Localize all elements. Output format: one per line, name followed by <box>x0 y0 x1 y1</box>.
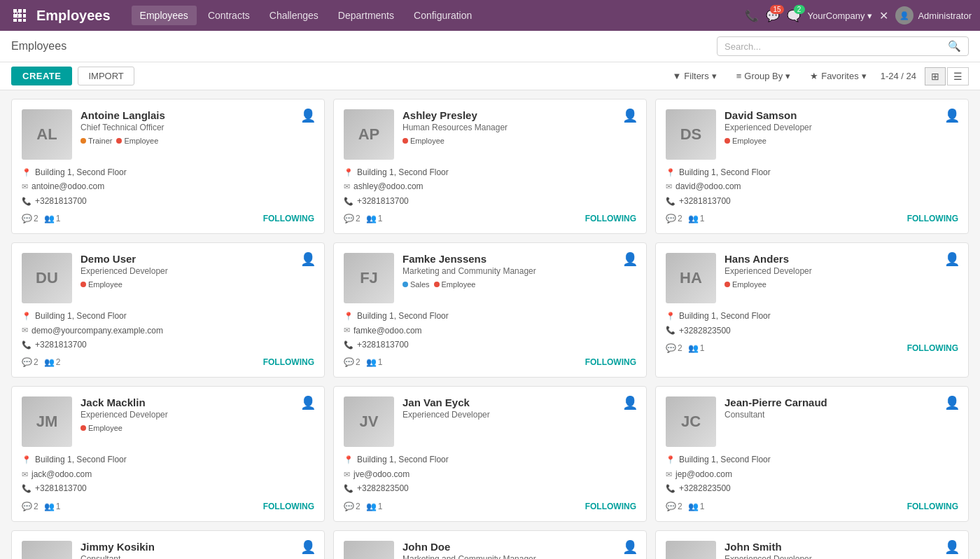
emp-messages-count[interactable]: 💬 2 <box>666 502 682 511</box>
nav-challenges[interactable]: Challenges <box>261 6 327 25</box>
emp-messages-count[interactable]: 💬 2 <box>666 343 682 353</box>
emp-messages-count[interactable]: 💬 2 <box>22 357 38 367</box>
import-button[interactable]: IMPORT <box>78 67 134 85</box>
emp-person-icon[interactable]: 👤 <box>622 251 638 267</box>
emp-name[interactable]: David Samson <box>724 109 958 121</box>
emp-name[interactable]: Antoine Langlais <box>80 109 314 121</box>
emp-person-icon[interactable]: 👤 <box>300 539 316 555</box>
emp-tags: Employee <box>402 137 636 145</box>
emp-email-row: ✉ashley@odoo.com <box>344 179 636 193</box>
emp-footer: 💬 2 👥 1 FOLLOWING <box>344 214 636 223</box>
emp-face: AL <box>22 109 72 160</box>
emp-name[interactable]: Ashley Presley <box>402 109 636 121</box>
emp-name[interactable]: Jack Macklin <box>80 396 314 408</box>
emp-followers-count[interactable]: 👥 1 <box>688 502 705 511</box>
emp-person-icon[interactable]: 👤 <box>300 395 316 410</box>
emp-person-icon[interactable]: 👤 <box>622 108 638 123</box>
emp-followers-count[interactable]: 👥 1 <box>366 214 383 223</box>
emp-followers-count[interactable]: 👥 1 <box>688 343 705 353</box>
following-button[interactable]: FOLLOWING <box>263 357 314 367</box>
emp-name[interactable]: Hans Anders <box>724 253 958 265</box>
nav-configuration[interactable]: Configuration <box>405 6 480 25</box>
following-button[interactable]: FOLLOWING <box>263 502 314 511</box>
emp-email: demo@yourcompany.example.com <box>31 324 163 338</box>
emp-followers-count[interactable]: 👥 2 <box>44 357 61 367</box>
messages-badge-wrap[interactable]: 💬 15 <box>766 9 780 22</box>
emp-person-icon[interactable]: 👤 <box>944 395 960 410</box>
emp-tags: Employee <box>80 424 314 432</box>
company-name: YourCompany <box>808 11 865 21</box>
favorites-button[interactable]: ★ Favorites ▾ <box>804 68 872 84</box>
emp-person-icon[interactable]: 👤 <box>622 539 638 555</box>
nav-departments[interactable]: Departments <box>330 6 402 25</box>
emp-messages-count[interactable]: 💬 2 <box>344 502 360 511</box>
emp-messages-count[interactable]: 💬 2 <box>344 214 360 223</box>
following-button[interactable]: FOLLOWING <box>585 214 636 223</box>
kanban-view-button[interactable]: ⊞ <box>925 67 946 85</box>
main-content: AL Antoine Langlais Chief Technical Offi… <box>0 90 980 559</box>
emp-name[interactable]: John Doe <box>402 541 636 553</box>
emp-details: 📍Building 1, Second Floor ✉david@odoo.co… <box>666 165 958 208</box>
chat-bubble-icon: 💬 <box>666 214 676 223</box>
emp-name[interactable]: Demo User <box>80 253 314 265</box>
emp-avatar: JM <box>22 396 72 447</box>
emp-name[interactable]: Jean-Pierre Carnaud <box>724 396 958 408</box>
tag-dot <box>80 282 86 287</box>
view-toggle: ⊞ ☰ <box>925 67 969 85</box>
emp-followers-count[interactable]: 👥 1 <box>366 502 383 511</box>
search-input[interactable] <box>724 41 948 52</box>
following-button[interactable]: FOLLOWING <box>907 214 958 223</box>
emp-messages-count[interactable]: 💬 2 <box>666 214 682 223</box>
emp-messages-count[interactable]: 💬 2 <box>344 357 360 367</box>
emp-messages-count[interactable]: 💬 2 <box>22 214 38 223</box>
nav-employees[interactable]: Employees <box>132 6 197 25</box>
emp-tags: Employee <box>724 280 958 289</box>
emp-phone: +3282823500 <box>679 324 731 338</box>
admin-button[interactable]: 👤 Administrator <box>895 6 972 25</box>
emp-followers-count[interactable]: 👥 1 <box>44 214 61 223</box>
close-icon[interactable]: ✕ <box>879 9 888 22</box>
emp-person-icon[interactable]: 👤 <box>944 539 960 555</box>
phone-icon[interactable]: 📞 <box>745 9 759 22</box>
emp-person-icon[interactable]: 👤 <box>300 251 316 267</box>
emp-followers-count[interactable]: 👥 1 <box>44 502 61 511</box>
emp-person-icon[interactable]: 👤 <box>944 108 960 123</box>
emp-followers-count[interactable]: 👥 1 <box>688 214 705 223</box>
following-button[interactable]: FOLLOWING <box>585 357 636 367</box>
following-button[interactable]: FOLLOWING <box>907 343 958 353</box>
tag-dot <box>724 138 730 144</box>
emp-card-header: FJ Famke Jenssens Marketing and Communit… <box>344 253 636 303</box>
emp-person-icon[interactable]: 👤 <box>622 395 638 410</box>
email-icon: ✉ <box>22 468 28 481</box>
company-selector[interactable]: YourCompany ▾ <box>808 11 873 21</box>
chat-badge-wrap[interactable]: 🗨️ 2 <box>787 9 801 22</box>
tag-label: Employee <box>410 137 444 145</box>
chat-bubble-icon: 💬 <box>344 502 354 511</box>
emp-initials: DS <box>680 125 702 144</box>
groupby-button[interactable]: ≡ Group By ▾ <box>731 68 797 84</box>
emp-details: 📍Building 1, Second Floor ✉jep@odoo.com … <box>666 453 958 495</box>
emp-face: DS <box>666 109 716 160</box>
search-icon[interactable]: 🔍 <box>948 40 961 53</box>
create-button[interactable]: CREATE <box>11 67 72 85</box>
nav-contracts[interactable]: Contracts <box>200 6 258 25</box>
emp-info: Jack Macklin Experienced Developer Emplo… <box>80 396 314 432</box>
main-nav: Employees Contracts Challenges Departmen… <box>132 6 745 25</box>
following-button[interactable]: FOLLOWING <box>585 502 636 511</box>
following-button[interactable]: FOLLOWING <box>907 502 958 511</box>
following-button[interactable]: FOLLOWING <box>263 214 314 223</box>
emp-person-icon[interactable]: 👤 <box>300 108 316 123</box>
emp-name[interactable]: Famke Jenssens <box>402 253 636 265</box>
emp-name[interactable]: John Smith <box>724 541 958 553</box>
emp-name[interactable]: Jimmy Kosikin <box>80 541 314 553</box>
apps-grid-icon[interactable]: ⊞ <box>8 4 31 27</box>
emp-name[interactable]: Jan Van Eyck <box>402 396 636 408</box>
location-icon: 📍 <box>344 310 354 323</box>
emp-messages-count[interactable]: 💬 2 <box>22 502 38 511</box>
list-view-button[interactable]: ☰ <box>947 67 969 85</box>
emp-tag: Employee <box>724 280 766 289</box>
emp-followers-count[interactable]: 👥 1 <box>366 357 383 367</box>
emp-person-icon[interactable]: 👤 <box>944 251 960 267</box>
emp-location-row: 📍Building 1, Second Floor <box>344 165 636 179</box>
filters-button[interactable]: ▼ Filters ▾ <box>666 68 722 84</box>
